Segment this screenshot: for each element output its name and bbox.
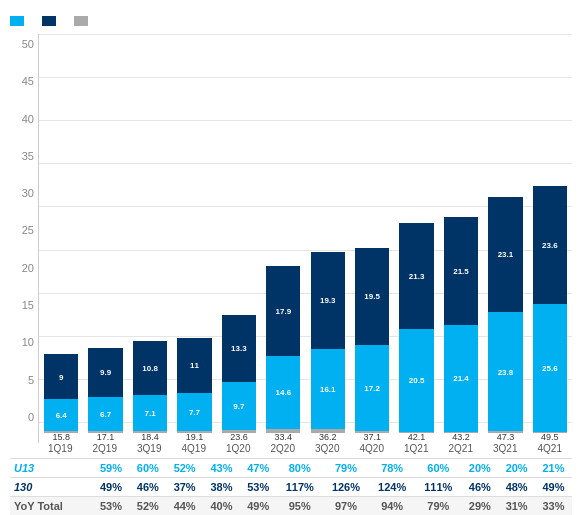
- bar-segment-130: 21.3: [399, 223, 433, 330]
- bar-stack: 17.16.79.9: [85, 348, 125, 444]
- bar-group: 49.525.623.6: [528, 186, 572, 444]
- bar-segment-u13: 7.7: [177, 393, 211, 432]
- bar-group: 37.117.219.5: [350, 248, 394, 444]
- legend-unknown: [74, 16, 92, 26]
- bar-segment-u13: 21.4: [444, 325, 478, 432]
- y-tick: 10: [22, 336, 34, 348]
- bar-stack: 18.47.110.8: [130, 341, 170, 443]
- stats-cell: 80%: [277, 459, 323, 478]
- bar-segment-u13: 6.4: [44, 399, 78, 431]
- bar-total-label: 36.2: [319, 433, 337, 442]
- bar-u13-value: 6.4: [56, 411, 67, 420]
- bar-130-value: 23.6: [542, 240, 558, 249]
- y-tick: 20: [22, 262, 34, 274]
- x-label: 1Q21: [394, 443, 439, 454]
- bar-segment-u13: 23.8: [488, 312, 522, 431]
- bar-stack: 43.221.421.5: [441, 217, 481, 443]
- bar-total-label: 43.2: [452, 433, 470, 442]
- bar-group: 33.414.617.9: [261, 266, 305, 443]
- stats-cell: 49%: [535, 478, 572, 497]
- y-tick: 5: [28, 374, 34, 386]
- chart-legend: [10, 16, 572, 26]
- bar-segment-u13: 14.6: [266, 356, 300, 429]
- bar-total-label: 23.6: [230, 433, 248, 442]
- bar-segment-130: 23.6: [533, 186, 567, 304]
- stats-table: U1359%60%52%43%47%80%79%78%60%20%20%21%1…: [10, 458, 572, 515]
- y-tick: 45: [22, 75, 34, 87]
- bar-group: 18.47.110.8: [128, 341, 172, 443]
- stats-cell: 48%: [498, 478, 535, 497]
- bar-stack: 15.86.49: [41, 354, 81, 443]
- bar-segment-130: 19.3: [311, 252, 345, 349]
- bar-segment-130: 23.1: [488, 197, 522, 313]
- bar-130-value: 17.9: [276, 306, 292, 315]
- bar-segment-u13: 20.5: [399, 329, 433, 432]
- stats-row-label: 130: [10, 478, 93, 497]
- x-axis-area: 1Q192Q193Q194Q191Q202Q203Q204Q201Q212Q21…: [10, 443, 572, 454]
- bar-group: 43.221.421.5: [439, 217, 483, 443]
- x-label: 1Q19: [38, 443, 83, 454]
- bar-stack: 42.120.521.3: [396, 223, 436, 444]
- bar-stack: 36.216.119.3: [308, 252, 348, 443]
- stats-cell: 49%: [93, 478, 130, 497]
- stats-row: YoY Total53%52%44%40%49%95%97%94%79%29%3…: [10, 497, 572, 516]
- y-axis: 50454035302520151050: [10, 34, 38, 443]
- stats-cell: 111%: [415, 478, 461, 497]
- bar-130-value: 21.3: [409, 271, 425, 280]
- stats-cell: 94%: [369, 497, 415, 516]
- bar-group: 47.323.823.1: [483, 197, 527, 444]
- bar-segment-130: 10.8: [133, 341, 167, 395]
- chart-body: 15.86.4917.16.79.918.47.110.819.17.71123…: [38, 34, 572, 443]
- stats-cell: 78%: [369, 459, 415, 478]
- bar-u13-value: 6.7: [100, 409, 111, 418]
- grid-line: [39, 120, 572, 121]
- stats-cell: 53%: [240, 478, 277, 497]
- stats-cell: 79%: [323, 459, 369, 478]
- bar-segment-u13: 16.1: [311, 349, 345, 430]
- bar-130-value: 13.3: [231, 344, 247, 353]
- stats-cell: 20%: [498, 459, 535, 478]
- bars-wrapper: 15.86.4917.16.79.918.47.110.819.17.71123…: [38, 34, 572, 443]
- x-label: 4Q21: [528, 443, 573, 454]
- bar-stack: 23.69.713.3: [219, 315, 259, 443]
- bar-segment-130: 11: [177, 338, 211, 393]
- bar-segment-130: 13.3: [222, 315, 256, 382]
- bar-130-value: 11: [190, 361, 199, 370]
- y-tick: 25: [22, 224, 34, 236]
- bar-130-value: 9: [59, 372, 63, 381]
- bar-u13-value: 7.7: [189, 407, 200, 416]
- bar-u13-value: 7.1: [144, 408, 155, 417]
- stats-cell: 47%: [240, 459, 277, 478]
- bar-total-label: 49.5: [541, 433, 559, 442]
- legend-130: [42, 16, 60, 26]
- bar-130-value: 10.8: [142, 364, 158, 373]
- bar-segment-u13: 25.6: [533, 304, 567, 432]
- legend-color-u13: [10, 16, 24, 26]
- stats-cell: 97%: [323, 497, 369, 516]
- bar-segment-130: 17.9: [266, 266, 300, 356]
- stats-cell: 124%: [369, 478, 415, 497]
- bar-u13-value: 23.8: [498, 367, 514, 376]
- stats-cell: 49%: [240, 497, 277, 516]
- y-tick: 30: [22, 187, 34, 199]
- bar-u13-value: 21.4: [453, 374, 469, 383]
- x-label: 1Q20: [216, 443, 261, 454]
- stats-cell: 95%: [277, 497, 323, 516]
- bar-total-label: 19.1: [186, 433, 204, 442]
- bar-total-label: 42.1: [408, 433, 426, 442]
- bar-130-value: 9.9: [100, 368, 111, 377]
- y-tick: 40: [22, 113, 34, 125]
- stats-cell: 60%: [415, 459, 461, 478]
- stats-cell: 29%: [461, 497, 498, 516]
- stats-row: U1359%60%52%43%47%80%79%78%60%20%20%21%: [10, 459, 572, 478]
- bar-total-label: 18.4: [141, 433, 159, 442]
- stats-cell: 43%: [203, 459, 240, 478]
- stats-cell: 31%: [498, 497, 535, 516]
- bar-segment-u13: 17.2: [355, 345, 389, 431]
- bar-total-label: 33.4: [275, 433, 293, 442]
- legend-color-unknown: [74, 16, 88, 26]
- main-container: 50454035302520151050 15.86.4917.16.79.91…: [0, 0, 582, 515]
- bar-segment-u13: 9.7: [222, 382, 256, 431]
- bar-stack: 37.117.219.5: [352, 248, 392, 444]
- stats-cell: 79%: [415, 497, 461, 516]
